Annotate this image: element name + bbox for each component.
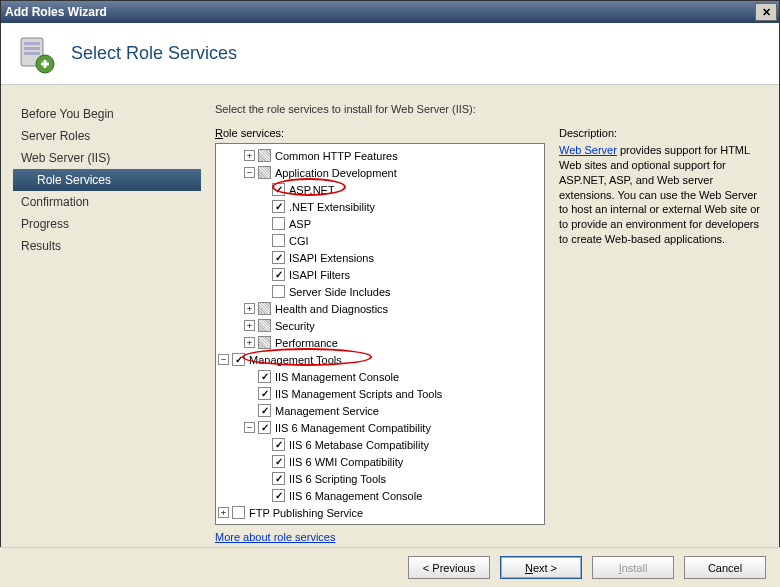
tree-node[interactable]: −Management Tools — [218, 351, 542, 368]
tree-node-label: Server Side Includes — [289, 286, 391, 298]
tree-node[interactable]: ISAPI Extensions — [218, 249, 542, 266]
tree-node[interactable]: +FTP Publishing Service — [218, 504, 542, 521]
tree-node-label: Application Development — [275, 167, 397, 179]
svg-rect-2 — [24, 47, 40, 50]
checkbox[interactable] — [258, 319, 271, 332]
tree-node[interactable]: IIS 6 Scripting Tools — [218, 470, 542, 487]
sidebar-item-web-server-iis-[interactable]: Web Server (IIS) — [17, 147, 201, 169]
expand-icon[interactable]: + — [244, 150, 255, 161]
checkbox[interactable] — [272, 489, 285, 502]
expander-placeholder — [244, 388, 255, 399]
tree-node-label: ISAPI Extensions — [289, 252, 374, 264]
tree-node[interactable]: IIS 6 WMI Compatibility — [218, 453, 542, 470]
checkbox[interactable] — [272, 200, 285, 213]
titlebar: Add Roles Wizard ✕ — [1, 1, 779, 23]
checkbox[interactable] — [258, 370, 271, 383]
checkbox[interactable] — [272, 268, 285, 281]
next-button[interactable]: Next > — [500, 556, 582, 579]
checkbox[interactable] — [258, 421, 271, 434]
install-button: IInstallnstall — [592, 556, 674, 579]
tree-node[interactable]: Server Side Includes — [218, 283, 542, 300]
checkbox[interactable] — [272, 285, 285, 298]
checkbox[interactable] — [258, 149, 271, 162]
tree-node[interactable]: +Common HTTP Features — [218, 147, 542, 164]
checkbox[interactable] — [272, 438, 285, 451]
tree-node[interactable]: +Health and Diagnostics — [218, 300, 542, 317]
tree-node[interactable]: ASP — [218, 215, 542, 232]
tree-node[interactable]: +Performance — [218, 334, 542, 351]
more-about-link[interactable]: More about role services — [215, 531, 545, 543]
collapse-icon[interactable]: − — [244, 167, 255, 178]
checkbox[interactable] — [272, 472, 285, 485]
expander-placeholder — [258, 184, 269, 195]
sidebar-item-server-roles[interactable]: Server Roles — [17, 125, 201, 147]
checkbox[interactable] — [232, 353, 245, 366]
tree-node[interactable]: ISAPI Filters — [218, 266, 542, 283]
tree-node[interactable]: −Application Development — [218, 164, 542, 181]
content-area: Before You BeginServer RolesWeb Server (… — [1, 85, 779, 553]
previous-button[interactable]: < Previous — [408, 556, 490, 579]
cancel-button[interactable]: Cancel — [684, 556, 766, 579]
tree-node[interactable]: IIS Management Console — [218, 368, 542, 385]
web-server-link[interactable]: Web Server — [559, 144, 617, 156]
sidebar-item-role-services[interactable]: Role Services — [13, 169, 201, 191]
tree-node-label: Performance — [275, 337, 338, 349]
checkbox[interactable] — [232, 506, 245, 519]
tree-node[interactable]: −IIS 6 Management Compatibility — [218, 419, 542, 436]
sidebar-item-before-you-begin[interactable]: Before You Begin — [17, 103, 201, 125]
tree-node-label: IIS 6 WMI Compatibility — [289, 456, 403, 468]
expand-icon[interactable]: + — [244, 303, 255, 314]
expander-placeholder — [258, 269, 269, 280]
collapse-icon[interactable]: − — [244, 422, 255, 433]
checkbox[interactable] — [258, 166, 271, 179]
tree-node[interactable]: .NET Extensibility — [218, 198, 542, 215]
checkbox[interactable] — [272, 455, 285, 468]
collapse-icon[interactable]: − — [218, 354, 229, 365]
expand-icon[interactable]: + — [218, 507, 229, 518]
tree-node-label: IIS 6 Scripting Tools — [289, 473, 386, 485]
sidebar-item-results[interactable]: Results — [17, 235, 201, 257]
tree-node-label: ASP.NET — [289, 184, 335, 196]
tree-node[interactable]: IIS 6 Metabase Compatibility — [218, 436, 542, 453]
checkbox[interactable] — [272, 234, 285, 247]
tree-node[interactable]: ASP.NET — [218, 181, 542, 198]
sidebar-item-progress[interactable]: Progress — [17, 213, 201, 235]
tree-node-label: Security — [275, 320, 315, 332]
expander-placeholder — [258, 439, 269, 450]
expand-icon[interactable]: + — [244, 337, 255, 348]
sidebar-item-confirmation[interactable]: Confirmation — [17, 191, 201, 213]
checkbox[interactable] — [258, 302, 271, 315]
tree-node[interactable]: Management Service — [218, 402, 542, 419]
page-title: Select Role Services — [71, 43, 237, 64]
checkbox[interactable] — [258, 404, 271, 417]
description-text: Web Server provides support for HTML Web… — [559, 143, 765, 247]
window-title: Add Roles Wizard — [5, 5, 755, 19]
tree-node[interactable]: CGI — [218, 232, 542, 249]
tree-node-label: IIS 6 Metabase Compatibility — [289, 439, 429, 451]
expander-placeholder — [258, 201, 269, 212]
checkbox[interactable] — [272, 183, 285, 196]
tree-node-label: ASP — [289, 218, 311, 230]
expander-placeholder — [258, 235, 269, 246]
tree-node[interactable]: +Security — [218, 317, 542, 334]
checkbox[interactable] — [258, 387, 271, 400]
tree-node[interactable]: IIS 6 Management Console — [218, 487, 542, 504]
checkbox[interactable] — [272, 217, 285, 230]
checkbox[interactable] — [272, 251, 285, 264]
instruction-text: Select the role services to install for … — [215, 103, 765, 115]
tree-node-label: Health and Diagnostics — [275, 303, 388, 315]
expander-placeholder — [258, 456, 269, 467]
expand-icon[interactable]: + — [244, 320, 255, 331]
checkbox[interactable] — [258, 336, 271, 349]
close-button[interactable]: ✕ — [755, 3, 777, 21]
main-panel: Select the role services to install for … — [201, 85, 779, 553]
tree-node-label: Common HTTP Features — [275, 150, 398, 162]
wizard-sidebar: Before You BeginServer RolesWeb Server (… — [1, 85, 201, 553]
expander-placeholder — [258, 473, 269, 484]
tree-node-label: .NET Extensibility — [289, 201, 375, 213]
tree-node-label: Management Service — [275, 405, 379, 417]
role-services-tree[interactable]: +Common HTTP Features−Application Develo… — [215, 143, 545, 525]
expander-placeholder — [258, 286, 269, 297]
tree-node[interactable]: IIS Management Scripts and Tools — [218, 385, 542, 402]
tree-node-label: ISAPI Filters — [289, 269, 350, 281]
